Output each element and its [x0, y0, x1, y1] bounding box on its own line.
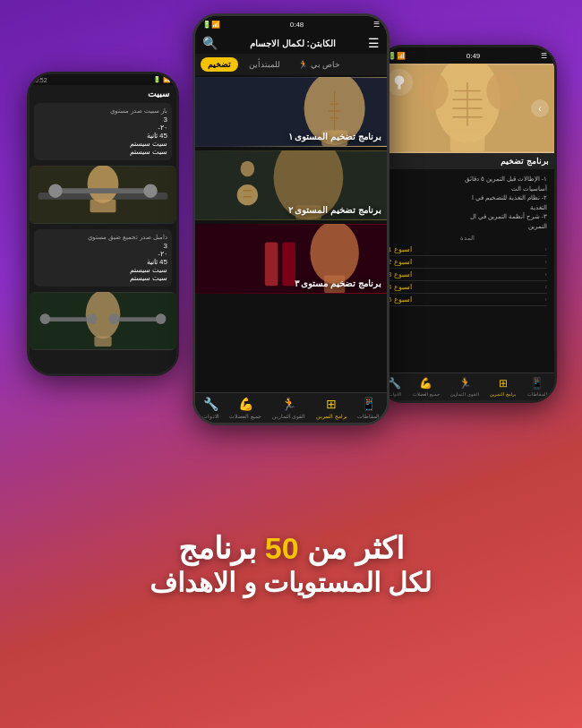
- bottom-text-area: اكثر من 50 برنامج لكل المستويات و الاهدا…: [132, 519, 449, 728]
- video-icon: 📱: [361, 397, 376, 411]
- video-icon-right: 📱: [530, 377, 543, 390]
- dumbbell-thumb: [30, 292, 176, 350]
- svg-rect-37: [450, 130, 485, 151]
- center-status-bar: ☰ 0:48 📶🔋: [195, 16, 387, 32]
- programs-icon: ⊞: [326, 397, 337, 411]
- svg-rect-11: [116, 317, 158, 321]
- app-title: الكابتن: لكمال الاجسام: [250, 39, 336, 48]
- strength-icon: 🏃: [281, 397, 296, 411]
- week-item-3[interactable]: › اسبوع 3: [388, 269, 547, 281]
- svg-rect-9: [94, 336, 111, 347]
- nav-item-strength[interactable]: 🏃 القوى التمارين: [272, 397, 306, 419]
- chevron-right-icon: ›: [545, 258, 548, 266]
- right-nav-muscles[interactable]: 💪 جميع العضلات: [413, 377, 439, 397]
- bottom-line2: لكل المستويات و الاهداف: [150, 567, 432, 599]
- svg-point-15: [156, 313, 167, 324]
- svg-point-13: [87, 313, 98, 324]
- nav-item-programs[interactable]: ⊞ برامج التمرين: [316, 397, 347, 419]
- center-navbar: 📱 المقاطات ⊞ برامج التمرين 🏃 القوى التما…: [195, 392, 387, 423]
- svg-point-29: [241, 161, 255, 177]
- svg-point-31: [310, 224, 358, 284]
- tab-inactive-khas[interactable]: خاص بي 🏃: [291, 57, 347, 72]
- svg-point-12: [40, 313, 51, 324]
- tools-icon: 🔧: [203, 397, 218, 411]
- center-tabs: خاص بي 🏃 للمبتدأين تضخيم: [195, 54, 387, 75]
- chevron-right-icon: ›: [545, 245, 548, 253]
- muscles-icon-right: 💪: [419, 377, 432, 390]
- svg-point-43: [417, 72, 449, 110]
- right-header: برنامج تضخيم: [381, 153, 554, 169]
- svg-point-26: [237, 184, 258, 205]
- right-content: ١- الإطالات قبل التمرين ٥ دقائق أساسيات …: [381, 169, 554, 373]
- right-footer-nav: 📱 المقاطات ⊞ برامج التمرين 🏃 القوى التما…: [381, 373, 554, 400]
- week-item-1[interactable]: › اسبوع 1: [388, 244, 547, 256]
- nav-item-muscles[interactable]: 💪 جميع العضلات: [229, 397, 261, 419]
- week-item-2[interactable]: › اسبوع 2: [388, 256, 547, 269]
- tab-active-tadhkhim[interactable]: تضخيم: [201, 57, 238, 72]
- left-header: سبيت: [30, 85, 176, 100]
- muscle-overlay-icon: [386, 69, 413, 96]
- right-nav-programs[interactable]: ⊞ برامج التمرين: [490, 377, 515, 397]
- svg-rect-10: [47, 317, 90, 321]
- week-item-5[interactable]: › اسبوع 5: [388, 294, 547, 306]
- svg-point-5: [48, 184, 62, 197]
- svg-point-2: [88, 166, 119, 203]
- nav-item-tools[interactable]: 🔧 الادوات: [202, 397, 219, 419]
- strength-icon-right: 🏃: [458, 377, 472, 390]
- svg-rect-3: [90, 200, 116, 212]
- svg-point-6: [143, 184, 157, 197]
- description-text: ١- الإطالات قبل التمرين ٥ دقائق أساسيات …: [388, 175, 547, 231]
- svg-rect-4: [56, 188, 150, 193]
- center-header: ☰ الكابتن: لكمال الاجسام 🔍: [195, 32, 387, 54]
- phones-container: 📶 🔋 0:52 سبيت بار سبيت صدر مستوي 3 ٢٠- 4…: [0, 0, 582, 519]
- svg-point-44: [486, 72, 518, 110]
- program-card-2[interactable]: برنامج تضخيم المستوى ٢: [195, 150, 387, 220]
- arrow-button[interactable]: ›: [531, 99, 549, 117]
- chevron-right-icon: ›: [545, 270, 548, 278]
- svg-point-14: [109, 313, 120, 324]
- right-status-bar: ☰ 0:49 📶🔋: [381, 47, 554, 64]
- right-nav-tools[interactable]: 🔧 الادوات: [388, 377, 401, 397]
- phone-left: 📶 🔋 0:52 سبيت بار سبيت صدر مستوي 3 ٢٠- 4…: [27, 72, 179, 376]
- bottom-line1: اكثر من 50 برنامج: [150, 530, 432, 567]
- right-nav-maqatat[interactable]: 📱 المقاطات: [527, 377, 547, 397]
- exercise-card-1: بار سبيت صدر مستوي 3 ٢٠- 45 ثانية سيت سي…: [34, 103, 172, 160]
- menu-icon[interactable]: ☰: [368, 36, 380, 50]
- muscles-icon: 💪: [238, 397, 253, 411]
- week-list: › اسبوع 1 › اسبوع 2 › اسبوع 3 › اسبوع 4: [388, 244, 547, 306]
- week-item-4[interactable]: › اسبوع 4: [388, 281, 547, 294]
- svg-rect-33: [265, 243, 278, 287]
- search-icon[interactable]: 🔍: [202, 36, 218, 50]
- program-card-1[interactable]: برنامج تضخيم المستوى ١: [195, 77, 387, 147]
- phone-right: ☰ 0:49 📶🔋: [378, 45, 557, 403]
- smith-bench-thumb: Smith Bench Press: [30, 166, 176, 224]
- duration-label: المدة: [388, 235, 547, 242]
- highlight-number: 50: [265, 531, 299, 565]
- right-nav-strength[interactable]: 🏃 القوى التمارين: [450, 377, 478, 397]
- chevron-right-icon: ›: [545, 283, 548, 291]
- programs-icon-right: ⊞: [499, 377, 508, 390]
- program-card-3[interactable]: برنامج تضخيم مستوى ٣: [195, 224, 387, 294]
- right-hero: ›: [381, 64, 554, 153]
- left-status-bar: 📶 🔋 0:52: [30, 74, 176, 85]
- phone-center: ☰ 0:48 📶🔋 ☰ الكابتن: لكمال الاجسام 🔍 خاص…: [193, 13, 389, 425]
- gym-image-1: [30, 166, 176, 224]
- exercise-card-2: دامبل صدر تجميع ضيق مستوي 3 ٢٠- 45 ثانية…: [34, 229, 172, 287]
- nav-item-maqatat[interactable]: 📱 المقاطات: [357, 397, 380, 419]
- tools-icon-right: 🔧: [388, 377, 401, 390]
- chevron-right-icon: ›: [545, 295, 548, 304]
- tab-inactive-mobtadeen[interactable]: للمبتدأين: [242, 57, 287, 72]
